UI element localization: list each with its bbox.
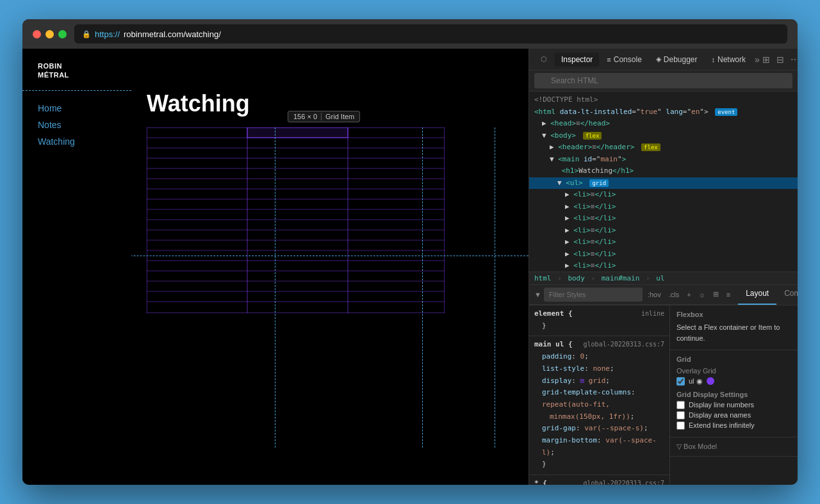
traffic-lights xyxy=(33,30,67,38)
tree-li-7[interactable]: ▶ <li>≡</li> xyxy=(529,260,798,272)
debugger-icon: ◈ xyxy=(656,55,661,63)
style-star-header: * { global-20220313.css:7 xyxy=(534,479,664,485)
line-numbers-checkbox[interactable] xyxy=(676,401,685,409)
breadcrumb-ul: ul xyxy=(656,274,664,282)
browser-content: ROBIN MÉTRAL Home Notes Watching Watchin… xyxy=(22,49,798,485)
browser-window: 🔒 https:// robinmetral.com/watching/ ROB… xyxy=(22,19,798,485)
breadcrumb-bar: html › body › main#main › ul xyxy=(529,272,798,285)
tree-h1[interactable]: <h1>Watching</h1> xyxy=(529,165,798,177)
svg-rect-20 xyxy=(247,127,348,138)
devtools-panel: ⬡ Inspector ≡ Console ◈ Debugger ↕ Netwo… xyxy=(529,49,798,485)
devtools-action-2[interactable]: ⊟ xyxy=(775,53,785,66)
prop-display: display: ⊞ grid; xyxy=(534,375,664,387)
tree-header[interactable]: ▶ <header>≡</header> flex xyxy=(529,142,798,154)
minimize-button[interactable] xyxy=(45,30,54,38)
style-element: element { inline } xyxy=(529,305,669,337)
devtools-tab-inspector[interactable]: Inspector xyxy=(555,53,599,67)
style-main-ul-header: main ul { global-20220313.css:7 xyxy=(534,340,664,348)
main-ul-closing: } xyxy=(534,459,664,471)
tree-li-6[interactable]: ▶ <li>≡</li> xyxy=(529,248,798,261)
devtools-search-bar: 🔍 xyxy=(529,70,798,92)
grid-visualization: 156 × 0 Grid Item xyxy=(147,127,513,313)
tree-li-2[interactable]: ▶ <li>≡</li> xyxy=(529,201,798,213)
nav-watching[interactable]: Watching xyxy=(38,134,116,149)
prop-margin-bottom: margin-bottom: var(--space-l); xyxy=(534,435,664,459)
flexbox-title: Flexbox xyxy=(676,311,791,318)
devtools-tab-debugger[interactable]: ◈ Debugger xyxy=(650,53,704,67)
add-rule-btn[interactable]: + xyxy=(684,289,693,300)
style-element-header: element { inline xyxy=(534,309,664,318)
tree-head[interactable]: ▶ <head>≡</head> xyxy=(529,118,798,130)
nav-notes[interactable]: Notes xyxy=(38,118,116,132)
devtools-more-btn[interactable]: » xyxy=(755,54,760,65)
grid-title: Grid xyxy=(676,355,791,363)
devtools-actions: ⊞ ⊟ ⋯ ✕ xyxy=(761,53,798,66)
element-selector: element { xyxy=(534,309,573,318)
breadcrumb-body: body xyxy=(568,274,585,282)
website: ROBIN MÉTRAL Home Notes Watching Watchin… xyxy=(22,49,529,485)
area-names-checkbox[interactable] xyxy=(676,411,685,419)
network-icon: ↕ xyxy=(712,56,716,63)
close-button[interactable] xyxy=(33,30,41,38)
devtools-action-1[interactable]: ⊞ xyxy=(761,53,771,66)
extend-lines-checkbox[interactable] xyxy=(676,421,685,430)
html-search-input[interactable] xyxy=(534,73,792,88)
nav-home[interactable]: Home xyxy=(38,101,116,115)
devtools-tab-network[interactable]: ↕ Network xyxy=(705,53,753,67)
light-btn[interactable]: ☼ xyxy=(696,289,708,300)
tree-li-5[interactable]: ▶ <li>≡</li> xyxy=(529,236,798,248)
url-https: https:// xyxy=(95,29,120,39)
overlay-grid-item-row: ul ◉ xyxy=(676,377,791,386)
tree-li-4[interactable]: ▶ <li>≡</li> xyxy=(529,225,798,237)
grid-btn[interactable]: ⊞ xyxy=(710,289,721,300)
debugger-label: Debugger xyxy=(664,55,698,64)
prop-grid-gap: grid-gap: var(--space-s); xyxy=(534,423,664,435)
inspector-label: Inspector xyxy=(561,55,593,64)
flexbox-info: Select a Flex container or Item to conti… xyxy=(676,322,791,345)
search-wrap: 🔍 xyxy=(534,73,792,88)
devtools-action-3[interactable]: ⋯ xyxy=(789,53,798,66)
site-main: Watching 156 × 0 xyxy=(131,90,529,485)
svg-rect-0 xyxy=(147,127,445,313)
tree-doctype[interactable]: <!DOCTYPE html> xyxy=(529,94,798,106)
tree-ul[interactable]: ▼ <ul> grid xyxy=(529,177,798,190)
tree-body[interactable]: ▼ <body> flex xyxy=(529,130,798,142)
vline-3 xyxy=(495,127,495,448)
lock-icon: 🔒 xyxy=(82,30,91,38)
breadcrumb-main: main#main xyxy=(602,274,640,282)
tab-layout[interactable]: Layout xyxy=(738,285,776,305)
element-closing: } xyxy=(534,320,664,332)
grid-settings-title: Grid Display Settings xyxy=(676,391,791,398)
filter-icon: ▼ xyxy=(534,291,541,298)
tree-li-1[interactable]: ▶ <li>≡</li> xyxy=(529,189,798,201)
devtools-tab-console[interactable]: ≡ Console xyxy=(600,53,648,67)
checkbox-area-names: Display area names xyxy=(676,411,791,419)
address-bar[interactable]: 🔒 https:// robinmetral.com/watching/ xyxy=(74,24,787,44)
overlay-grid-checkbox[interactable] xyxy=(676,377,685,386)
overlay-grid-row: Overlay Grid xyxy=(676,367,791,375)
tree-html[interactable]: <html data-lt-installed="true" lang="en"… xyxy=(529,106,798,118)
grid-tooltip: 156 × 0 Grid Item xyxy=(288,111,360,122)
more-btn[interactable]: ≡ xyxy=(724,289,733,300)
prop-list-style: list-style: none; xyxy=(534,363,664,375)
overlay-grid-text: Overlay Grid xyxy=(676,367,716,375)
grid-section: Grid Overlay Grid ul ◉ Grid Display xyxy=(670,350,798,437)
checkbox-extend-lines: Extend lines infinitely xyxy=(676,421,791,430)
star-file: global-20220313.css:7 xyxy=(584,480,664,485)
tab-computed[interactable]: Computed xyxy=(776,285,798,305)
browser-titlebar: 🔒 https:// robinmetral.com/watching/ xyxy=(22,19,798,49)
prop-grid-template: grid-template-columns: repeat(auto-fit, xyxy=(534,387,664,411)
tree-li-3[interactable]: ▶ <li>≡</li> xyxy=(529,213,798,225)
grid-tooltip-label: Grid Item xyxy=(325,113,354,120)
line-numbers-label: Display line numbers xyxy=(689,401,754,409)
html-tree[interactable]: <!DOCTYPE html> <html data-lt-installed=… xyxy=(529,92,798,272)
devtools-tab-elements[interactable]: ⬡ xyxy=(534,53,554,66)
tree-main[interactable]: ▼ <main id="main"> xyxy=(529,154,798,166)
pseudo-cls-btn[interactable]: .cls xyxy=(666,289,682,300)
grid-tooltip-size: 156 × 0 xyxy=(293,113,317,120)
maximize-button[interactable] xyxy=(58,30,67,38)
filter-styles-input[interactable] xyxy=(544,288,643,302)
styles-tabs-bar: ▼ :hov .cls + ☼ ⊞ ≡ Layout Computed Chan… xyxy=(529,285,798,305)
element-icon: ⬡ xyxy=(541,55,547,63)
pseudo-hover-btn[interactable]: :hov xyxy=(645,289,664,300)
